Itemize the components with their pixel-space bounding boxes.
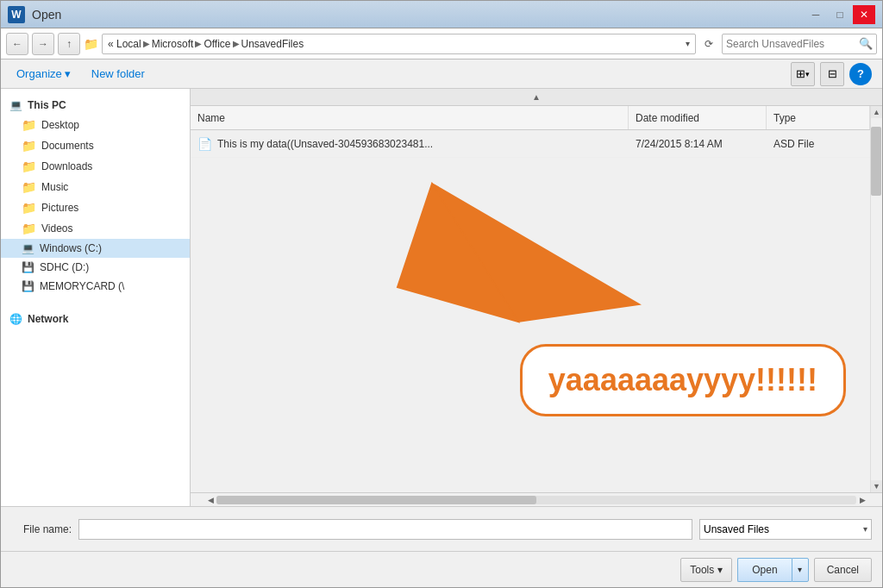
network-header: 🌐 Network — [1, 310, 190, 328]
file-table-container: Name Date modified Type 📄 — [191, 106, 870, 492]
scroll-up-arrow[interactable]: ▲ — [871, 106, 882, 118]
music-label: Music — [41, 181, 68, 193]
open-button-group: Open ▾ — [737, 558, 808, 582]
breadcrumb: « Local ▶ Microsoft ▶ Office ▶ UnsavedFi… — [108, 38, 682, 50]
sidebar-item-sdhc-d[interactable]: 💾 SDHC (D:) — [1, 258, 190, 277]
file-area-inner: Name Date modified Type 📄 — [191, 106, 882, 492]
this-pc-section: 💻 This PC 📁 Desktop 📁 Documents 📁 Downlo… — [1, 96, 190, 296]
downloads-folder-icon: 📁 — [22, 160, 36, 173]
network-section: 🌐 Network — [1, 310, 190, 328]
dialog-title: Open — [32, 8, 61, 22]
view-button[interactable]: ⊞ ▾ — [791, 62, 815, 86]
table-row[interactable]: 📄 This is my data((Unsaved-3045936830234… — [191, 130, 870, 158]
music-folder-icon: 📁 — [22, 180, 36, 194]
file-date: 7/24/2015 8:14 AM — [636, 138, 723, 150]
scroll-left-arrow[interactable]: ◀ — [204, 494, 216, 506]
computer-icon: 💻 — [9, 99, 22, 111]
filetype-value: Unsaved Files — [704, 523, 769, 535]
this-pc-header: 💻 This PC — [1, 96, 190, 115]
organize-button[interactable]: Organize ▾ — [11, 65, 76, 83]
column-header-name[interactable]: Name — [191, 106, 629, 129]
column-header-date[interactable]: Date modified — [629, 106, 767, 129]
folder-icon: 📁 — [84, 37, 98, 51]
horizontal-scrollbar[interactable]: ◀ ▶ — [191, 492, 882, 506]
help-label: ? — [857, 67, 864, 80]
address-bar: ← → ↑ 📁 « Local ▶ Microsoft ▶ Office ▶ U… — [1, 28, 882, 59]
filename-row: File name: Unsaved Files ▾ — [11, 519, 872, 540]
address-path[interactable]: « Local ▶ Microsoft ▶ Office ▶ UnsavedFi… — [102, 34, 696, 54]
hscrollbar-track[interactable] — [216, 496, 856, 504]
sdhc-label: SDHC (D:) — [40, 261, 89, 273]
sidebar-item-videos[interactable]: 📁 Videos — [1, 218, 190, 239]
filename-label: File name: — [11, 523, 72, 535]
vertical-scrollbar[interactable]: ▲ ▼ — [870, 106, 882, 492]
path-part-unsavedfiles: UnsavedFiles — [241, 38, 304, 50]
sidebar-item-memorycard[interactable]: 💾 MEMORYCARD (\ — [1, 277, 190, 296]
file-type: ASD File — [773, 138, 814, 150]
scroll-thumb[interactable] — [871, 127, 881, 196]
videos-folder-icon: 📁 — [22, 222, 36, 235]
search-box[interactable]: 🔍 — [722, 34, 877, 54]
pictures-label: Pictures — [41, 202, 78, 214]
preview-icon: ⊟ — [828, 67, 837, 80]
hscrollbar-thumb[interactable] — [216, 496, 536, 504]
memorycard-label: MEMORYCARD (\ — [40, 280, 124, 292]
file-table: 📄 This is my data((Unsaved-3045936830234… — [191, 130, 870, 492]
forward-button[interactable]: → — [32, 33, 54, 55]
filename-input[interactable] — [78, 519, 692, 540]
action-bar: Tools ▾ Open ▾ Cancel — [1, 551, 882, 587]
sidebar-item-desktop[interactable]: 📁 Desktop — [1, 115, 190, 135]
new-folder-label: New folder — [91, 67, 145, 80]
tools-label: Tools — [690, 564, 714, 576]
sidebar-item-windows-c[interactable]: 💻 Windows (C:) — [1, 239, 190, 258]
tools-button[interactable]: Tools ▾ — [680, 558, 732, 582]
path-part-office: Office — [204, 38, 230, 50]
desktop-folder-icon: 📁 — [22, 118, 36, 132]
scroll-track[interactable] — [871, 118, 882, 480]
column-header-type[interactable]: Type — [767, 106, 870, 129]
title-bar: W Open ─ □ ✕ — [1, 1, 882, 28]
help-button[interactable]: ? — [849, 63, 872, 85]
documents-folder-icon: 📁 — [22, 139, 36, 153]
scroll-down-arrow[interactable]: ▼ — [871, 480, 882, 492]
windows-c-label: Windows (C:) — [40, 242, 102, 254]
new-folder-button[interactable]: New folder — [86, 65, 150, 83]
network-label: Network — [28, 313, 68, 325]
preview-button[interactable]: ⊟ — [820, 62, 844, 86]
word-icon: W — [8, 6, 25, 23]
documents-label: Documents — [41, 140, 94, 152]
scroll-right-arrow[interactable]: ▶ — [856, 494, 868, 506]
scroll-up-button[interactable]: ▲ — [191, 89, 882, 106]
sidebar-item-downloads[interactable]: 📁 Downloads — [1, 156, 190, 177]
desktop-label: Desktop — [41, 119, 79, 131]
sidebar-item-documents[interactable]: 📁 Documents — [1, 135, 190, 156]
refresh-button[interactable]: ⟳ — [699, 34, 718, 53]
file-type-cell: ASD File — [767, 138, 870, 150]
search-icon: 🔍 — [859, 37, 873, 50]
downloads-label: Downloads — [41, 160, 92, 172]
videos-label: Videos — [41, 222, 72, 235]
back-button[interactable]: ← — [6, 33, 28, 55]
file-name: This is my data((Unsaved-304593683023481… — [217, 138, 433, 150]
sidebar: 💻 This PC 📁 Desktop 📁 Documents 📁 Downlo… — [1, 89, 191, 506]
open-button[interactable]: Open — [737, 558, 791, 582]
windows-c-icon: 💻 — [22, 242, 34, 254]
sidebar-item-pictures[interactable]: 📁 Pictures — [1, 197, 190, 218]
file-table-header: Name Date modified Type — [191, 106, 870, 130]
minimize-button[interactable]: ─ — [805, 5, 827, 24]
file-icon: 📄 — [197, 137, 212, 151]
tools-dropdown-icon: ▾ — [717, 564, 723, 576]
cancel-button[interactable]: Cancel — [814, 558, 872, 582]
organize-label: Organize — [16, 67, 62, 80]
maximize-button[interactable]: □ — [829, 5, 851, 24]
path-dropdown-arrow[interactable]: ▾ — [686, 39, 690, 48]
filetype-dropdown-arrow: ▾ — [863, 524, 867, 534]
close-button[interactable]: ✕ — [853, 5, 875, 24]
open-dropdown-button[interactable]: ▾ — [792, 558, 809, 582]
toolbar-right: ⊞ ▾ ⊟ ? — [791, 62, 872, 86]
up-button[interactable]: ↑ — [58, 33, 80, 55]
sidebar-item-music[interactable]: 📁 Music — [1, 177, 190, 197]
search-input[interactable] — [726, 38, 855, 50]
filetype-dropdown[interactable]: Unsaved Files ▾ — [699, 519, 872, 540]
network-icon: 🌐 — [9, 313, 22, 325]
